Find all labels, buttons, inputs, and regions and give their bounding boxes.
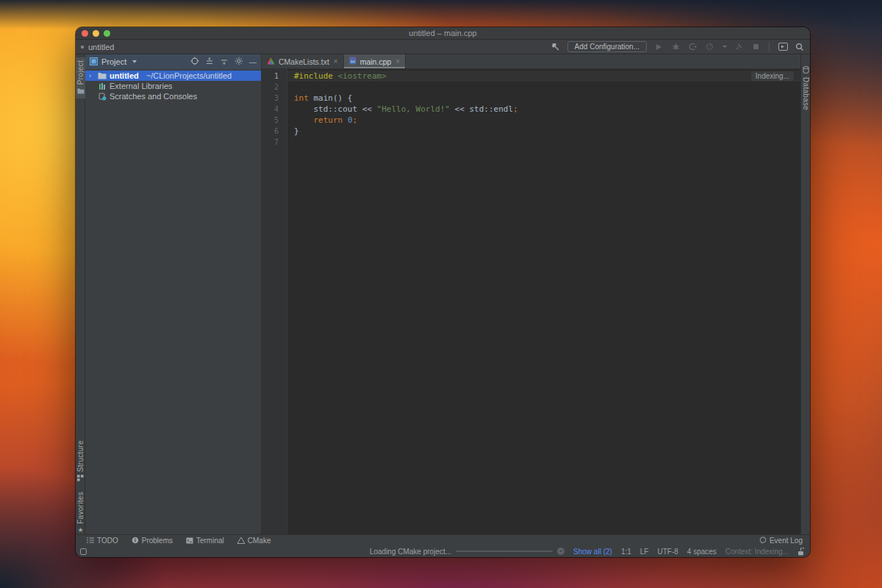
project-panel-header: Project — [85, 54, 261, 69]
stop-icon[interactable] [750, 42, 761, 52]
project-panel-title[interactable]: Project [101, 57, 126, 66]
tab-label: CMakeLists.txt [279, 57, 329, 66]
run-toolbar: Add Configuration... [551, 41, 805, 52]
toolwindow-quick-access-icon[interactable] [80, 548, 87, 555]
status-bar: Loading CMake project... × Show all (2) … [76, 545, 810, 557]
build-hammer-icon[interactable] [551, 42, 561, 52]
clion-window: untitled – main.cpp untitled Add Configu… [76, 27, 810, 557]
tree-item-name: Scratches and Consoles [110, 92, 197, 101]
code-line[interactable]: } [287, 126, 800, 137]
tree-row-scratches[interactable]: Scratches and Consoles [85, 91, 261, 101]
caret-position-widget[interactable]: 1:1 [621, 548, 631, 556]
cancel-progress-icon[interactable]: × [557, 548, 564, 555]
editor-tabs: CMakeLists.txt × C++ main.cpp × [262, 54, 800, 69]
todo-list-icon [87, 537, 94, 543]
folder-icon [98, 71, 107, 80]
panel-settings-gear-icon[interactable] [234, 57, 243, 67]
progress-bar [456, 551, 553, 552]
toolbar-separator [769, 43, 770, 51]
favorites-star-icon: ★ [77, 526, 83, 534]
panel-header-actions: — [190, 57, 257, 67]
todo-label: TODO [97, 537, 118, 545]
attach-to-process-icon[interactable] [734, 42, 744, 52]
cmake-label: CMake [248, 537, 271, 545]
tab-main-cpp[interactable]: C++ main.cpp × [344, 54, 406, 68]
tab-close-icon[interactable]: × [395, 57, 400, 65]
tree-item-name: External Libraries [110, 82, 173, 90]
problems-tab[interactable]: Problems [132, 537, 173, 545]
tree-row-external-libraries[interactable]: External Libraries [85, 81, 261, 91]
project-view-icon [90, 57, 98, 67]
toolwindow-bar: TODO Problems Terminal CMake Event Log [76, 534, 810, 545]
project-tree: › untitled ~/CLionProjects/untitled Exte… [85, 69, 261, 101]
add-configuration-button[interactable]: Add Configuration... [567, 41, 647, 52]
locate-file-icon[interactable] [190, 57, 199, 67]
code-lines[interactable]: #include <iostream> int main() { std::co… [287, 69, 800, 534]
expand-all-icon[interactable] [205, 57, 214, 67]
hide-panel-icon[interactable]: — [249, 58, 257, 66]
cmake-file-icon [267, 57, 275, 66]
code-line[interactable]: std::cout << "Hello, World!" << std::end… [287, 104, 800, 115]
run-icon[interactable] [653, 42, 664, 52]
navigation-bar[interactable]: untitled [81, 43, 114, 51]
profiler-dropdown-caret[interactable] [723, 46, 727, 48]
code-line[interactable] [287, 137, 800, 148]
status-bar-widgets: Loading CMake project... × Show all (2) … [370, 548, 804, 556]
external-libraries-icon [98, 82, 107, 90]
code-editor[interactable]: 1234567 #include <iostream> int main() {… [262, 69, 800, 534]
stripe-tab-database-label: Database [802, 77, 810, 110]
collapse-all-icon[interactable] [220, 57, 229, 67]
cmake-tab[interactable]: CMake [237, 537, 271, 545]
cpp-file-icon: C++ [349, 57, 356, 66]
titlebar: untitled – main.cpp [76, 27, 810, 40]
stripe-tab-database[interactable]: Database [801, 66, 810, 110]
window-title: untitled – main.cpp [76, 29, 810, 37]
unlocked-icon[interactable] [797, 548, 804, 556]
code-line[interactable]: #include <iostream> [287, 71, 800, 82]
stripe-tab-structure[interactable]: Structure [76, 440, 85, 483]
show-all-link[interactable]: Show all (2) [573, 548, 612, 556]
profiler-icon[interactable] [704, 42, 714, 52]
run-with-coverage-icon[interactable] [687, 42, 698, 52]
project-view-dropdown-caret[interactable] [132, 60, 137, 63]
svg-text:C++: C++ [351, 60, 355, 63]
event-log-label: Event Log [770, 537, 803, 545]
project-crumb-icon [81, 46, 84, 49]
code-line[interactable] [287, 82, 800, 93]
tree-item-path: ~/CLionProjects/untitled [146, 71, 232, 80]
database-icon [803, 66, 809, 75]
tree-row-project-root[interactable]: › untitled ~/CLionProjects/untitled [85, 71, 261, 81]
tree-item-name: untitled [110, 71, 139, 80]
main-toolbar: untitled Add Configuration... [76, 40, 810, 54]
todo-tab[interactable]: TODO [87, 537, 118, 545]
search-everywhere-icon[interactable] [795, 42, 805, 52]
project-folder-icon [77, 87, 85, 96]
stripe-tab-project-label: Project [76, 60, 85, 85]
terminal-label: Terminal [196, 537, 224, 545]
scratches-icon [98, 92, 107, 101]
terminal-tab[interactable]: Terminal [186, 537, 224, 545]
stripe-tab-structure-label: Structure [76, 440, 85, 472]
left-toolwindow-stripe: Project Structure Favorites ★ [76, 54, 85, 534]
encoding-widget[interactable]: UTF-8 [657, 548, 678, 556]
event-log-button[interactable]: Event Log [759, 537, 803, 545]
stripe-tab-project[interactable]: Project [76, 57, 85, 98]
code-line[interactable]: return 0; [287, 115, 800, 126]
editor-area: CMakeLists.txt × C++ main.cpp × 1234567 … [262, 54, 800, 534]
line-separator-widget[interactable]: LF [640, 548, 649, 556]
main-area: Project Structure Favorites ★ [76, 54, 810, 534]
breadcrumb[interactable]: untitled [88, 43, 114, 51]
cmake-progress: Loading CMake project... × [370, 548, 564, 556]
code-line[interactable]: int main() { [287, 93, 800, 104]
stripe-tab-favorites[interactable]: Favorites ★ [76, 492, 85, 534]
stripe-tab-favorites-label: Favorites [76, 492, 85, 524]
problems-label: Problems [142, 537, 173, 545]
terminal-icon [186, 537, 193, 544]
project-toolwindow: Project — [85, 54, 262, 534]
tab-cmakelists[interactable]: CMakeLists.txt × [262, 54, 344, 68]
debug-bug-icon[interactable] [670, 42, 681, 52]
tree-expand-chevron-icon[interactable]: › [89, 71, 95, 81]
running-processes-icon[interactable] [778, 42, 788, 52]
tab-close-icon[interactable]: × [334, 57, 338, 65]
indent-widget[interactable]: 4 spaces [687, 548, 717, 556]
